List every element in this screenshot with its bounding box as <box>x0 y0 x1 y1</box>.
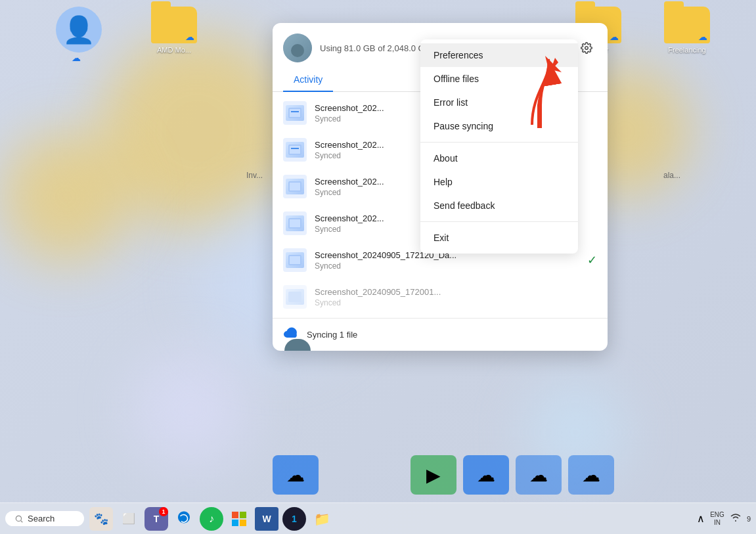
file-thumb-3 <box>283 175 307 198</box>
svg-rect-21 <box>240 512 246 518</box>
file-status-6: Synced <box>315 298 597 307</box>
desktop-folder-amd[interactable]: ☁ AMD Mo... <box>145 7 204 54</box>
file-name-6: Screenshot_20240905_172001... <box>315 287 597 297</box>
file-thumb-6 <box>283 285 307 309</box>
settings-dropdown-menu: Preferences Offline files Error list Pau… <box>420 39 578 254</box>
file-item-6[interactable]: Screenshot_20240905_172001... Synced <box>273 278 608 315</box>
desktop-folder-freelancing[interactable]: ☁ Freelancing <box>657 7 717 54</box>
taskbar-app-1password[interactable]: 1 <box>282 507 306 531</box>
sidebar-inv-text: Inv... <box>246 171 263 180</box>
taskbar-app-word[interactable]: W <box>255 507 278 531</box>
systray-expand-button[interactable]: ∧ <box>697 512 705 525</box>
sidebar-ala-text: ala... <box>663 171 680 180</box>
search-placeholder: Search <box>28 514 55 523</box>
taskbar-right: ∧ ENGIN 9 <box>697 511 751 527</box>
footer-status-text: Syncing 1 file <box>307 330 357 340</box>
bg-blob-5 <box>131 350 250 468</box>
taskbar-app-fileexplorer[interactable]: 📁 <box>310 507 334 531</box>
svg-rect-7 <box>290 146 300 154</box>
svg-point-2 <box>585 47 589 50</box>
svg-rect-12 <box>290 219 300 227</box>
tab-activity[interactable]: Activity <box>283 68 333 91</box>
taskbar-search[interactable]: Search <box>5 511 84 526</box>
menu-item-about[interactable]: About <box>420 146 578 170</box>
svg-rect-10 <box>290 183 300 190</box>
menu-item-error-list[interactable]: Error list <box>420 91 578 114</box>
language-indicator: ENGIN <box>710 511 724 527</box>
taskbar-app-spotify[interactable]: ♪ <box>200 507 223 531</box>
file-thumb-1 <box>283 101 307 125</box>
svg-rect-4 <box>290 109 300 117</box>
desktop-user-avatar: 👤 ☁ <box>56 7 102 64</box>
svg-rect-23 <box>240 520 246 526</box>
svg-line-19 <box>21 520 23 522</box>
drive-footer: Syncing 1 file <box>273 318 608 351</box>
taskbar-app-msstore[interactable] <box>227 507 251 531</box>
taskbar-app-icons: 🐾 ⬜ T 1 ♪ W 1 <box>89 507 334 531</box>
menu-item-offline-files[interactable]: Offline files <box>420 67 578 91</box>
taskbar: Search 🐾 ⬜ T 1 ♪ <box>0 502 756 534</box>
bg-blob-2 <box>0 131 131 263</box>
taskbar-app-taskview[interactable]: ⬜ <box>117 507 141 531</box>
menu-divider-2 <box>420 221 578 222</box>
settings-button[interactable] <box>576 37 597 58</box>
menu-item-help[interactable]: Help <box>420 170 578 194</box>
file-thumb-2 <box>283 138 307 162</box>
menu-item-pause-syncing[interactable]: Pause syncing <box>420 114 578 138</box>
taskbar-app-wilber[interactable]: 🐾 <box>89 507 113 531</box>
svg-rect-22 <box>232 520 238 526</box>
storage-text: Using 81.0 GB of 2,048.0 GB <box>320 43 430 53</box>
wifi-icon <box>730 513 742 525</box>
svg-rect-20 <box>232 512 238 518</box>
menu-divider-1 <box>420 142 578 143</box>
file-thumb-4 <box>283 211 307 235</box>
file-thumb-5 <box>283 248 307 272</box>
file-info-6: Screenshot_20240905_172001... Synced <box>315 287 597 307</box>
menu-item-exit[interactable]: Exit <box>420 226 578 250</box>
svg-rect-15 <box>288 292 301 302</box>
synced-check-icon: ✓ <box>587 253 597 267</box>
taskbar-clock: 9 <box>747 515 751 523</box>
user-avatar <box>283 33 312 62</box>
menu-item-preferences[interactable]: Preferences <box>420 43 578 67</box>
taskbar-app-edge[interactable] <box>172 507 196 531</box>
svg-point-18 <box>16 516 21 521</box>
file-status-5: Synced <box>315 261 579 271</box>
svg-rect-14 <box>290 256 300 264</box>
menu-item-send-feedback[interactable]: Send feedback <box>420 194 578 217</box>
desktop-bottom-icons: ☁ ▶ ☁ ☁ ☁ <box>273 455 614 495</box>
taskbar-app-teams[interactable]: T 1 <box>145 507 168 531</box>
